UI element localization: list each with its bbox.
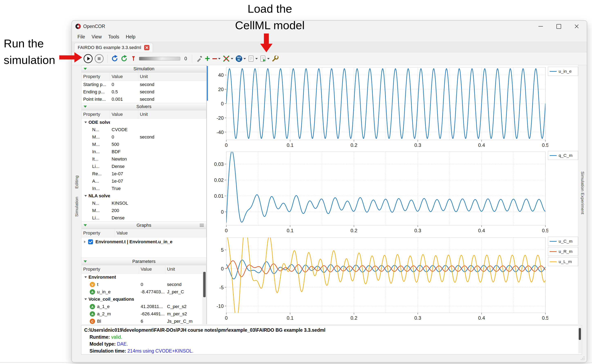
- chart-voltages[interactable]: 00.10.20.30.40.550-5-10: [207, 236, 548, 322]
- opencor-window: OpenCOR File View Tools Help FAIRDO BG e…: [72, 20, 587, 362]
- table-row[interactable]: M...500: [82, 141, 206, 148]
- menu-help[interactable]: Help: [122, 33, 138, 40]
- table-row[interactable]: Re...1e-07: [82, 170, 206, 177]
- table-row[interactable]: A...1e-07: [82, 177, 206, 185]
- collapse-arrow-icon[interactable]: [84, 106, 87, 108]
- chevron-down-icon[interactable]: [243, 58, 246, 59]
- tree-group-row[interactable]: NLA solver: [82, 192, 206, 200]
- chart-q-c-m[interactable]: 00.10.20.30.40.50.030.020.010: [207, 150, 548, 234]
- table-row[interactable]: N...KINSOL: [82, 200, 206, 207]
- pencil-icon: [196, 55, 203, 62]
- chart-u-in-e[interactable]: 00.10.20.30.40.540200-20-40: [207, 65, 548, 149]
- development-mode-button[interactable]: [196, 54, 203, 64]
- table-row[interactable]: Li...Dense: [82, 163, 206, 170]
- run-simulation-button[interactable]: [84, 54, 92, 64]
- menu-tools[interactable]: Tools: [105, 33, 123, 40]
- parameter-row[interactable]: Vt 0 second: [82, 281, 206, 288]
- legend-item[interactable]: u_C_m: [548, 237, 578, 246]
- mode-tab-simulation[interactable]: Simulation: [74, 197, 79, 217]
- scrollbar-thumb[interactable]: [203, 272, 206, 297]
- graph-checkbox[interactable]: [88, 239, 93, 244]
- legend-chart2[interactable]: q_C_m: [548, 151, 578, 160]
- maximize-button[interactable]: [550, 21, 568, 32]
- parameter-row[interactable]: CBl 6 Js_per_C_m: [82, 318, 206, 324]
- algebraic-icon: A: [90, 289, 95, 295]
- legend-item[interactable]: u_in_e: [548, 67, 578, 76]
- tab-close-icon[interactable]: [144, 45, 149, 50]
- section-title: Graphs: [137, 223, 151, 228]
- tree-group-row[interactable]: ODE solver: [82, 119, 206, 126]
- menu-file[interactable]: File: [74, 33, 88, 40]
- graph-row[interactable]: Environment.t | Environment.u_in_e: [82, 237, 206, 246]
- legend-chart3[interactable]: u_C_m u_R_m u_L_m: [548, 237, 578, 266]
- table-row[interactable]: In...True: [82, 185, 206, 192]
- minimize-icon: [539, 26, 543, 26]
- collapse-arrow-icon[interactable]: [84, 260, 87, 262]
- expanded-chevron-icon[interactable]: [85, 122, 87, 123]
- column-header: Property: [82, 229, 115, 237]
- export-data-button[interactable]: [260, 54, 270, 64]
- chevron-down-icon[interactable]: [218, 58, 221, 59]
- section-header-solvers[interactable]: Solvers: [82, 103, 206, 110]
- preferences-button[interactable]: [272, 54, 279, 64]
- graphs-menu-icon[interactable]: [200, 224, 204, 227]
- title-bar[interactable]: OpenCOR: [72, 21, 587, 32]
- legend-item[interactable]: u_L_m: [548, 257, 578, 266]
- legend-item[interactable]: u_R_m: [548, 247, 578, 256]
- expanded-chevron-icon[interactable]: [85, 276, 87, 278]
- legend-chart1[interactable]: u_in_e: [548, 67, 578, 76]
- parameters-scrollbar[interactable]: [203, 271, 206, 324]
- chevron-down-icon[interactable]: [255, 58, 258, 59]
- table-row[interactable]: Point inte... 0.001 second: [82, 96, 206, 103]
- parameter-row[interactable]: Au_in_e -8.477403... J_per_C: [82, 288, 206, 296]
- section-header-graphs[interactable]: Graphs: [82, 222, 206, 229]
- table-row[interactable]: M...200: [82, 207, 206, 214]
- legend-line-sample: [550, 241, 557, 242]
- scrollbar-thumb[interactable]: [579, 328, 581, 340]
- reset-parameters-button[interactable]: [111, 54, 118, 64]
- load-cellml-model-button[interactable]: [223, 54, 233, 64]
- table-row[interactable]: Li...Dense: [82, 214, 206, 222]
- clear-results-button[interactable]: [130, 54, 137, 64]
- collapse-arrow-icon[interactable]: [84, 68, 87, 70]
- sedml-export-button[interactable]: SED ML: [235, 54, 246, 64]
- minimize-button[interactable]: [532, 21, 550, 32]
- table-row[interactable]: In...BDF: [82, 148, 206, 156]
- remove-graph-panel-button[interactable]: −: [212, 54, 221, 64]
- charts-scrollbar[interactable]: [207, 66, 208, 101]
- legend-item[interactable]: q_C_m: [548, 151, 578, 160]
- expanded-chevron-icon[interactable]: [85, 195, 87, 197]
- add-graph-panel-button[interactable]: +: [205, 54, 210, 64]
- resize-grip-icon[interactable]: [580, 356, 585, 361]
- collapsed-chevron-icon[interactable]: [84, 241, 86, 243]
- stop-simulation-button[interactable]: [95, 54, 104, 64]
- output-scrollbar[interactable]: [578, 326, 581, 353]
- tree-group-row[interactable]: Environment: [82, 273, 206, 281]
- reload-simulation-button[interactable]: [121, 54, 128, 64]
- tree-group-row[interactable]: Voice_coil_equations: [82, 296, 206, 303]
- table-row[interactable]: It...Newton: [82, 156, 206, 163]
- collapse-arrow-icon[interactable]: [84, 224, 87, 226]
- mode-tab-editing[interactable]: Editing: [74, 176, 79, 188]
- parameter-row[interactable]: Aa_1_e 41.20811... C_per_s2: [82, 303, 206, 310]
- chevron-down-icon[interactable]: [267, 58, 270, 59]
- cellml-export-button[interactable]: [248, 54, 258, 64]
- svg-text:0.4: 0.4: [478, 315, 485, 321]
- parameter-row[interactable]: Aa_2_m -626.4491... m_per_s2: [82, 310, 206, 318]
- delay-wheel[interactable]: [139, 57, 180, 60]
- section-header-simulation[interactable]: Simulation: [82, 65, 206, 72]
- table-row[interactable]: N...CVODE: [82, 126, 206, 133]
- table-row[interactable]: Ending p... 0.5 second: [82, 88, 206, 96]
- main-area: Editing Simulation Simulation Property V…: [72, 65, 587, 324]
- chevron-down-icon[interactable]: [231, 58, 233, 59]
- close-button[interactable]: [568, 21, 586, 32]
- table-row[interactable]: Starting p... 0 second: [82, 81, 206, 88]
- table-row[interactable]: M...0second: [82, 133, 206, 141]
- tab-sedml-file[interactable]: FAIRDO BG example 3.3.sedml: [74, 43, 153, 52]
- legend-line-sample: [550, 71, 557, 72]
- view-tab-simulation-experiment[interactable]: Simulation Experiment: [580, 171, 585, 324]
- document-icon: [248, 55, 255, 62]
- expanded-chevron-icon[interactable]: [85, 299, 87, 300]
- menu-view[interactable]: View: [88, 33, 105, 40]
- section-header-parameters[interactable]: Parameters: [82, 258, 206, 265]
